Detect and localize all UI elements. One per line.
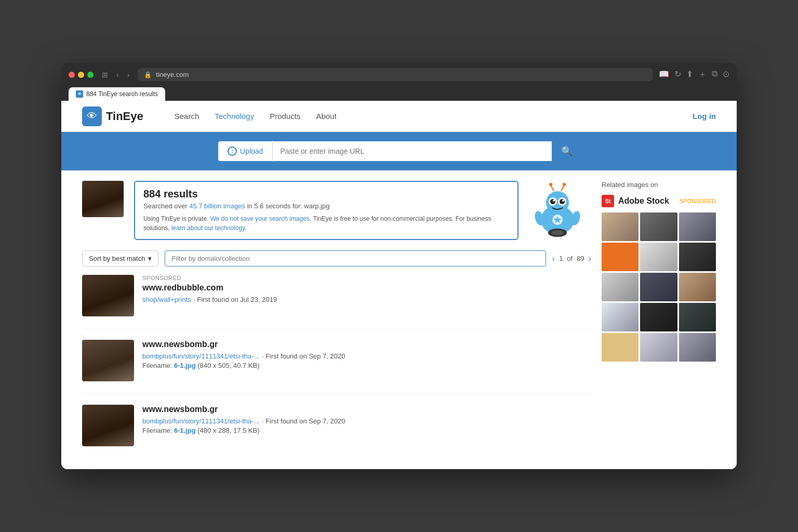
svg-point-11	[563, 183, 566, 186]
chevron-down-icon: ▾	[148, 255, 152, 262]
close-window-button[interactable]	[69, 72, 75, 78]
upload-button[interactable]: ↑ Upload	[217, 140, 272, 162]
stock-image[interactable]	[679, 212, 716, 241]
sidebar-sponsored-label: SPONSORED	[680, 198, 716, 204]
result-found-date: · First found on Jul 23, 2019	[193, 296, 277, 303]
stock-image[interactable]	[602, 212, 639, 241]
results-count: 884 results	[143, 188, 509, 200]
domain-filter-input[interactable]	[165, 250, 546, 267]
filename-link[interactable]: 6-1.jpg	[174, 362, 196, 369]
result-domain: www.newsbomb.gr	[142, 405, 591, 414]
next-page-button[interactable]: ›	[589, 254, 591, 263]
site-content: 👁 TinEye Search Technology Products Abou…	[61, 101, 737, 469]
stock-image[interactable]	[602, 273, 639, 301]
browser-chrome: ⊞ ‹ › 🔒 tineye.com 📖 ↻ ⬆ ＋ ⧉ ⊙ 👁 884 Tin…	[61, 63, 737, 101]
result-thumbnail	[82, 275, 134, 316]
query-thumbnail	[82, 181, 124, 217]
stock-image[interactable]	[679, 333, 716, 362]
stock-image[interactable]	[640, 243, 677, 271]
mascot-svg	[529, 181, 586, 238]
active-tab[interactable]: 👁 884 TinEye search results	[69, 87, 165, 101]
results-meta: Searched over 45.7 billion images in 5.6…	[143, 202, 509, 210]
svg-point-7	[562, 200, 564, 202]
stock-image[interactable]	[679, 303, 716, 331]
search-container: ↑ Upload 🔍	[217, 140, 581, 162]
search-icon: 🔍	[561, 146, 573, 156]
nav-about[interactable]: About	[316, 112, 336, 121]
stock-image[interactable]	[602, 303, 639, 331]
stock-image[interactable]	[640, 212, 677, 241]
share-icon[interactable]: ⬆	[686, 69, 693, 80]
result-path-link[interactable]: bombplus/fun/story/1111341/etsi-tha-...	[142, 417, 259, 425]
maximize-window-button[interactable]	[87, 72, 94, 78]
no-save-link[interactable]: We do not save your search images	[210, 215, 310, 222]
result-thumbnail	[82, 405, 134, 446]
pagination: ‹ 1 of 89 ›	[552, 254, 591, 263]
sort-dropdown[interactable]: Sort by best match ▾	[82, 250, 158, 267]
result-path-link[interactable]: bombplus/fun/story/1111341/etsi-tha-...	[142, 352, 259, 360]
query-image	[82, 181, 124, 217]
stock-image[interactable]	[640, 273, 677, 301]
result-item: SPONSORED www.redbubble.com shop/wall+pr…	[82, 275, 591, 316]
reader-mode-icon[interactable]: 📖	[659, 69, 669, 80]
stock-image[interactable]	[679, 273, 716, 301]
result-filename: Filename: 6-1.jpg (840 x 505, 40.7 KB)	[142, 362, 591, 369]
adobe-stock-label: Adobe Stock	[618, 196, 669, 206]
filename-link[interactable]: 6-1.jpg	[174, 427, 196, 434]
result-domain: www.redbubble.com	[142, 283, 591, 292]
new-tab-icon[interactable]: ＋	[698, 69, 707, 80]
result-filename: Filename: 6-1.jpg (480 x 288, 17.5 KB)	[142, 427, 591, 434]
tab-title: 884 TinEye search results	[86, 90, 158, 98]
svg-point-5	[560, 199, 565, 204]
prev-page-button[interactable]: ‹	[552, 254, 555, 263]
result-found-date: · First found on Sep 7, 2020	[262, 352, 345, 360]
sidebar-toggle-button[interactable]: ⊞	[100, 70, 110, 80]
sponsored-label: SPONSORED	[142, 275, 591, 281]
svg-point-6	[553, 200, 555, 202]
results-note: Using TinEye is private. We do not save …	[143, 214, 509, 233]
result-found-date: · First found on Sep 7, 2020	[262, 417, 345, 425]
result-info: www.newsbomb.gr bombplus/fun/story/11113…	[142, 340, 591, 369]
svg-point-15	[551, 230, 564, 235]
main-content: 884 results Searched over 45.7 billion i…	[61, 170, 737, 469]
browser-actions: 📖 ↻ ⬆ ＋ ⧉ ⊙	[659, 69, 729, 80]
site-nav: 👁 TinEye Search Technology Products Abou…	[61, 101, 737, 132]
related-label: Related images on	[602, 181, 658, 189]
nav-search[interactable]: Search	[175, 112, 200, 121]
logo-icon: 👁	[82, 107, 102, 126]
logo-text: TinEye	[106, 110, 143, 123]
result-info: SPONSORED www.redbubble.com shop/wall+pr…	[142, 275, 591, 304]
url-input[interactable]	[272, 140, 553, 162]
forward-button[interactable]: ›	[125, 70, 132, 80]
result-path-link[interactable]: shop/wall+prints	[142, 296, 191, 303]
page-current: 1	[559, 255, 563, 262]
image-count-highlight: 45.7 billion images	[189, 202, 245, 210]
svg-point-4	[550, 199, 555, 204]
result-info: www.newsbomb.gr bombplus/fun/story/11113…	[142, 405, 591, 434]
login-button[interactable]: Log in	[693, 112, 716, 121]
back-button[interactable]: ‹	[114, 70, 121, 80]
stock-image[interactable]	[602, 333, 639, 362]
nav-products[interactable]: Products	[270, 112, 300, 121]
sidebar-header: Related images on	[602, 181, 716, 189]
traffic-lights	[69, 72, 94, 78]
nav-technology[interactable]: Technology	[215, 112, 254, 121]
result-divider	[82, 329, 591, 329]
downloads-icon[interactable]: ⊙	[723, 69, 729, 80]
stock-image[interactable]	[640, 303, 677, 331]
search-section: ↑ Upload 🔍	[61, 132, 737, 170]
address-bar[interactable]: 🔒 tineye.com	[138, 68, 653, 81]
minimize-window-button[interactable]	[78, 72, 84, 78]
svg-point-9	[549, 183, 552, 186]
tabs-icon[interactable]: ⧉	[712, 69, 717, 80]
technology-link[interactable]: learn about our technology	[171, 224, 245, 232]
refresh-icon[interactable]: ↻	[674, 69, 681, 80]
stock-image[interactable]	[679, 243, 716, 271]
result-item: www.newsbomb.gr bombplus/fun/story/11113…	[82, 340, 591, 381]
stock-image[interactable]	[602, 243, 639, 271]
search-button[interactable]: 🔍	[553, 140, 581, 162]
adobe-icon: St	[602, 195, 614, 207]
logo[interactable]: 👁 TinEye	[82, 107, 143, 126]
stock-image[interactable]	[640, 333, 677, 362]
upload-icon: ↑	[228, 147, 237, 156]
